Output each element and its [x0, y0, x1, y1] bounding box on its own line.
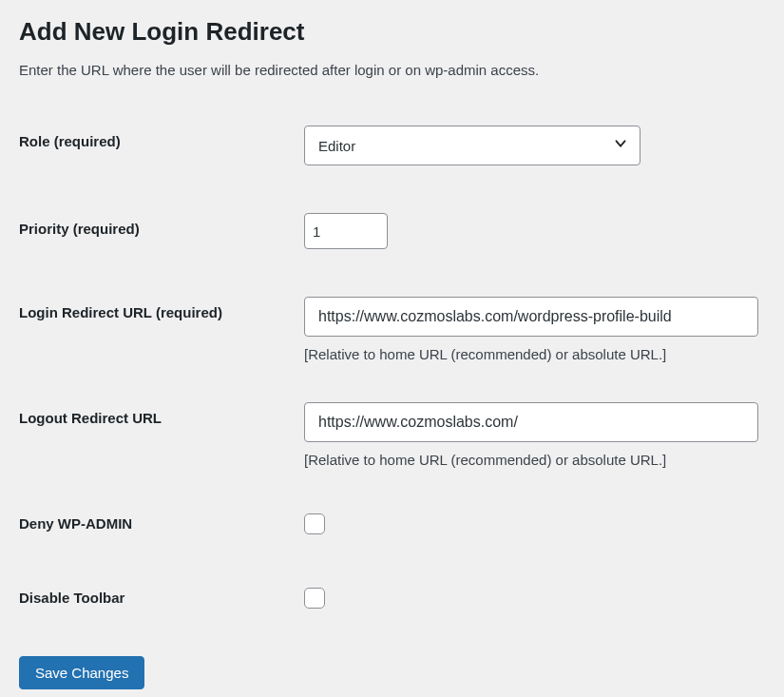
login-redirect-input[interactable] [304, 297, 758, 337]
deny-wp-admin-checkbox[interactable] [304, 513, 325, 534]
role-label: Role (required) [19, 126, 304, 149]
logout-redirect-help: [Relative to home URL (recommended) or a… [304, 452, 765, 468]
page-description: Enter the URL where the user will be red… [19, 62, 765, 78]
save-button[interactable]: Save Changes [19, 656, 144, 689]
priority-label: Priority (required) [19, 213, 304, 237]
role-select[interactable]: Editor [304, 126, 641, 165]
logout-redirect-input[interactable] [304, 402, 758, 442]
login-redirect-label: Login Redirect URL (required) [19, 297, 304, 320]
priority-input[interactable] [304, 213, 388, 249]
page-title: Add New Login Redirect [19, 17, 765, 47]
login-redirect-help: [Relative to home URL (recommended) or a… [304, 346, 765, 362]
deny-wp-admin-label: Deny WP-ADMIN [19, 508, 304, 532]
logout-redirect-label: Logout Redirect URL [19, 402, 304, 426]
disable-toolbar-checkbox[interactable] [304, 588, 325, 609]
disable-toolbar-label: Disable Toolbar [19, 582, 304, 606]
